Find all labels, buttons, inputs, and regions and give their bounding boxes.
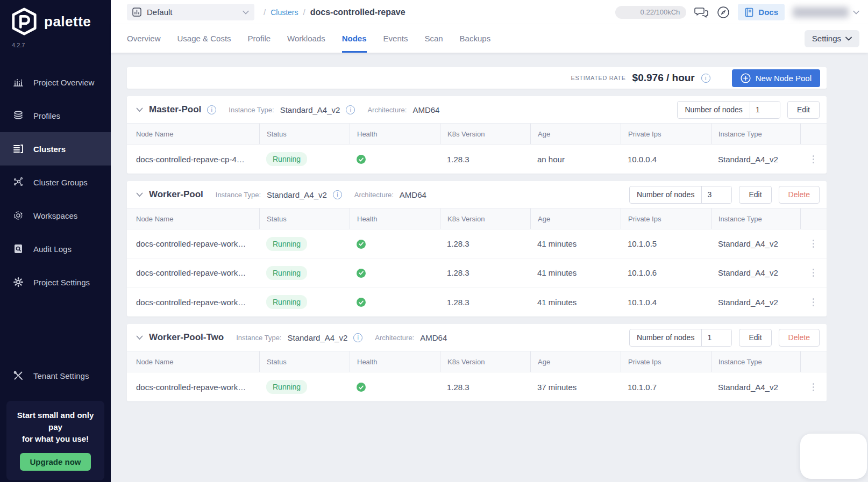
collapse-chevron-icon[interactable] xyxy=(136,335,143,340)
sidebar-item-label: Project Overview xyxy=(33,78,94,87)
tab-profile[interactable]: Profile xyxy=(248,24,271,53)
health-check-icon xyxy=(357,240,366,249)
pool-header: Master-Pool i Instance Type: Standard_A4… xyxy=(127,96,827,123)
feedback-chat-button[interactable] xyxy=(694,6,709,19)
pool-name: Master-Pool xyxy=(149,104,201,115)
number-of-nodes-input[interactable] xyxy=(701,186,731,203)
row-actions-kebab-icon[interactable] xyxy=(810,267,816,279)
project-selector-value: Default xyxy=(147,8,173,17)
sidebar-nav: Project Overview Profiles Clusters xyxy=(0,66,111,392)
pool-header: Worker-Pool Instance Type: Standard_A4_v… xyxy=(127,181,827,208)
breadcrumb-link-clusters[interactable]: Clusters xyxy=(271,8,298,17)
sidebar-item-project-overview[interactable]: Project Overview xyxy=(0,66,111,99)
chevron-down-icon xyxy=(853,10,859,15)
info-icon[interactable]: i xyxy=(207,105,216,114)
tab-overview[interactable]: Overview xyxy=(127,24,161,53)
number-of-nodes-label: Number of nodes xyxy=(678,105,749,114)
delete-pool-button[interactable]: Delete xyxy=(779,186,820,204)
status-badge: Running xyxy=(266,152,307,166)
pool-header: Worker-Pool-Two Instance Type: Standard_… xyxy=(127,324,827,351)
info-icon[interactable]: i xyxy=(346,105,355,114)
sidebar-item-label: Profiles xyxy=(33,111,60,120)
col-node-name: Node Name xyxy=(127,208,259,229)
sidebar-item-audit-logs[interactable]: Audit Logs xyxy=(0,232,111,265)
logo-area: palette 4.2.7 xyxy=(0,0,111,48)
sidebar-item-project-settings[interactable]: Project Settings xyxy=(0,265,111,299)
docs-button[interactable]: Docs xyxy=(738,4,785,20)
breadcrumb-separator: / xyxy=(303,8,305,17)
settings-button[interactable]: Settings xyxy=(805,30,859,47)
node-age: 41 minutes xyxy=(530,298,621,307)
edit-pool-button[interactable]: Edit xyxy=(739,186,771,204)
sidebar-item-workspaces[interactable]: Workspaces xyxy=(0,199,111,232)
number-of-nodes-group: Number of nodes xyxy=(677,101,780,119)
sidebar-item-clusters[interactable]: Clusters xyxy=(0,132,111,166)
user-menu[interactable] xyxy=(793,7,859,18)
instance-type-label: Instance Type: xyxy=(229,106,274,114)
instance-type: Standard_A4_v2 xyxy=(711,383,800,392)
row-actions-kebab-icon[interactable] xyxy=(810,153,816,166)
tab-events[interactable]: Events xyxy=(383,24,408,53)
row-actions-kebab-icon[interactable] xyxy=(810,381,816,393)
collapse-chevron-icon[interactable] xyxy=(136,192,143,197)
tab-workloads[interactable]: Workloads xyxy=(287,24,325,53)
table-row: docs-controlled-repave-work… Running 1.2… xyxy=(127,372,827,401)
col-private-ips: Private Ips xyxy=(621,351,711,372)
explore-button[interactable] xyxy=(717,6,730,19)
col-instance-type: Instance Type xyxy=(711,124,800,144)
k8s-version: 1.28.3 xyxy=(440,239,530,248)
settings-label: Settings xyxy=(812,34,841,43)
info-icon[interactable]: i xyxy=(353,333,362,342)
sidebar-item-profiles[interactable]: Profiles xyxy=(0,99,111,132)
col-status: Status xyxy=(259,124,350,144)
palette-logo-icon xyxy=(11,8,38,35)
edit-pool-button[interactable]: Edit xyxy=(739,329,771,347)
col-actions xyxy=(800,124,827,144)
layers-icon xyxy=(13,110,24,121)
number-of-nodes-label: Number of nodes xyxy=(630,190,701,199)
tab-nodes[interactable]: Nodes xyxy=(342,24,367,53)
sidebar: palette 4.2.7 Project Overview Profiles xyxy=(0,0,111,482)
number-of-nodes-input[interactable] xyxy=(750,102,780,118)
tab-usage-costs[interactable]: Usage & Costs xyxy=(177,24,231,53)
chat-widget-card xyxy=(800,434,867,479)
instance-type-value: Standard_A4_v2 xyxy=(287,333,347,342)
sidebar-item-tenant-settings[interactable]: Tenant Settings xyxy=(0,359,111,392)
new-node-pool-button[interactable]: New Node Pool xyxy=(732,69,820,87)
collapse-chevron-icon[interactable] xyxy=(136,107,143,112)
node-name: docs-controlled-repave-work… xyxy=(127,383,259,392)
row-actions-kebab-icon[interactable] xyxy=(810,296,816,308)
health-check-icon xyxy=(357,269,366,278)
col-status: Status xyxy=(259,351,350,372)
k8s-version: 1.28.3 xyxy=(440,298,530,307)
sidebar-item-cluster-groups[interactable]: Cluster Groups xyxy=(0,166,111,199)
delete-pool-button[interactable]: Delete xyxy=(779,329,820,347)
node-name: docs-controlled-repave-cp-4… xyxy=(127,155,259,164)
info-icon[interactable]: i xyxy=(333,190,342,199)
cluster-tabbar: Overview Usage & Costs Profile Workloads… xyxy=(111,24,868,53)
info-icon[interactable]: i xyxy=(701,74,710,83)
row-actions-kebab-icon[interactable] xyxy=(810,238,816,250)
tab-scan[interactable]: Scan xyxy=(424,24,443,53)
sidebar-item-label: Tenant Settings xyxy=(33,371,89,380)
bar-chart-icon xyxy=(13,77,24,88)
project-selector[interactable]: Default xyxy=(127,4,254,20)
project-chart-icon xyxy=(132,8,141,17)
node-age: an hour xyxy=(530,155,621,164)
col-private-ips: Private Ips xyxy=(621,208,711,229)
clusters-list-icon xyxy=(13,143,24,154)
book-icon xyxy=(744,8,754,17)
col-actions xyxy=(800,208,827,229)
edit-pool-button[interactable]: Edit xyxy=(787,101,820,119)
number-of-nodes-input[interactable] xyxy=(701,329,731,346)
estimated-rate-label: ESTIMATED RATE xyxy=(571,75,625,81)
upgrade-message: Start small and only pay for what you us… xyxy=(12,409,99,444)
status-badge: Running xyxy=(266,380,307,394)
node-name: docs-controlled-repave-work… xyxy=(127,298,259,307)
upgrade-now-button[interactable]: Upgrade now xyxy=(20,453,90,471)
instance-type-value: Standard_A4_v2 xyxy=(267,190,327,199)
workspaces-icon xyxy=(13,210,24,221)
pool-controls: Number of nodes Edit Delete xyxy=(629,186,820,204)
col-health: Health xyxy=(350,351,440,372)
tab-backups[interactable]: Backups xyxy=(460,24,491,53)
